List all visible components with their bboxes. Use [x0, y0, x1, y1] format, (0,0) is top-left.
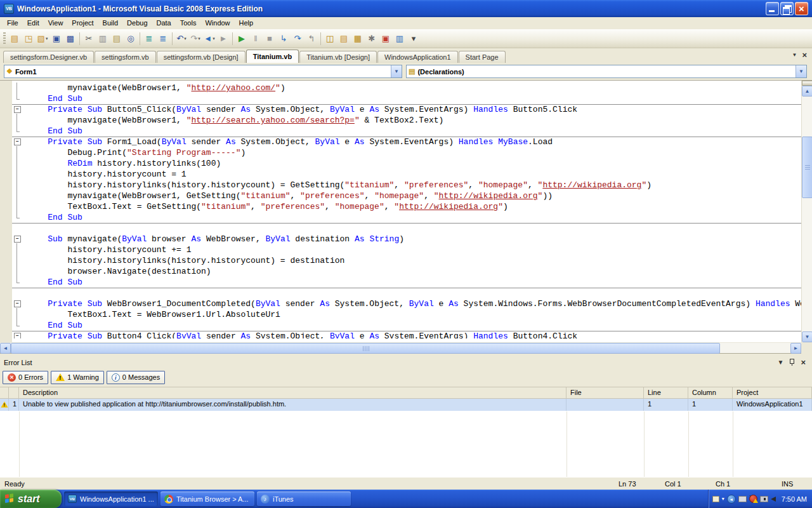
- collapse-minus-icon[interactable]: [12, 234, 28, 244]
- task-titanium-browser[interactable]: Titanium Browser > A...: [160, 491, 254, 506]
- collapse-minus-icon[interactable]: [12, 331, 28, 338]
- tab-settingsform-vb[interactable]: settingsform.vb: [95, 51, 156, 63]
- vertical-scroll-thumb[interactable]: [802, 137, 812, 198]
- minimize-button[interactable]: [766, 2, 779, 15]
- menu-help[interactable]: Help: [235, 18, 258, 28]
- code-editor[interactable]: mynavigate(WebBrowser1, "http://yahoo.co…: [0, 81, 812, 342]
- navigate-forward-icon[interactable]: ►: [216, 32, 230, 46]
- copy-icon[interactable]: ▥: [96, 32, 110, 46]
- new-project-icon[interactable]: ▤: [8, 32, 22, 46]
- error-list-row[interactable]: 1Unable to view published application at…: [0, 399, 812, 411]
- network-status-icon[interactable]: [738, 496, 747, 502]
- scroll-down-icon[interactable]: ▼: [802, 331, 812, 342]
- menu-debug[interactable]: Debug: [122, 18, 152, 28]
- code-line[interactable]: Private Sub WebBrowser1_DocumentComplete…: [12, 298, 801, 309]
- navigate-backward-icon[interactable]: ◄▾: [202, 32, 216, 46]
- redo-icon[interactable]: ↷▾: [188, 32, 202, 46]
- menu-view[interactable]: View: [44, 18, 68, 28]
- code-line[interactable]: [12, 223, 801, 234]
- uncomment-selection-icon[interactable]: ≣: [156, 32, 170, 46]
- code-line[interactable]: End Sub: [12, 277, 801, 288]
- start-debugging-icon[interactable]: ▶: [235, 32, 249, 46]
- save-all-icon[interactable]: ▩: [63, 32, 77, 46]
- code-line[interactable]: mynavigate(WebBrowser1, GetSetting("tita…: [12, 190, 801, 201]
- close-panel-icon[interactable]: ×: [801, 359, 806, 366]
- step-into-icon[interactable]: ↳: [277, 32, 291, 46]
- solution-explorer-icon[interactable]: ◫: [323, 32, 337, 46]
- save-icon[interactable]: ▣: [49, 32, 63, 46]
- code-line[interactable]: End Sub: [12, 126, 801, 137]
- menu-tools[interactable]: Tools: [176, 18, 201, 28]
- tab-settingsform-designer-vb[interactable]: settingsform.Designer.vb: [3, 51, 94, 63]
- horizontal-scroll-thumb[interactable]: [11, 343, 720, 354]
- tray-app-icon[interactable]: [712, 496, 719, 502]
- collapse-minus-icon[interactable]: [12, 104, 28, 115]
- code-line[interactable]: End Sub: [12, 93, 801, 104]
- open-file-icon[interactable]: ◳: [22, 32, 36, 46]
- code-line[interactable]: history.historycount += 1: [12, 244, 801, 255]
- column-header-File[interactable]: File: [566, 387, 644, 398]
- antivirus-icon[interactable]: [749, 495, 757, 503]
- task-itunes[interactable]: ♪iTunes: [257, 491, 351, 506]
- close-button[interactable]: [795, 2, 808, 15]
- restore-button[interactable]: [780, 2, 794, 15]
- code-line[interactable]: mynavigate(WebBrowser1, "http://search.y…: [12, 115, 801, 126]
- scroll-left-icon[interactable]: ◄: [0, 343, 11, 354]
- code-line[interactable]: [12, 288, 801, 298]
- window-position-dropdown-icon[interactable]: ▼: [778, 359, 784, 366]
- error-list-button-icon[interactable]: ▣: [379, 32, 393, 46]
- column-header-Column[interactable]: Column: [688, 387, 733, 398]
- task-windowsapplication1[interactable]: VBWindowsApplication1 ...: [64, 491, 158, 506]
- document-list-dropdown-icon[interactable]: ▼: [792, 51, 797, 59]
- editor-splitter-handle[interactable]: [802, 81, 812, 86]
- member-combo[interactable]: ▤ (Declarations) ▼: [406, 65, 807, 78]
- code-line[interactable]: Debug.Print("Starting Program-----"): [12, 147, 801, 158]
- code-line[interactable]: history.historylinks(history.historycoun…: [12, 180, 801, 190]
- code-line[interactable]: Private Sub Form1_Load(ByVal sender As S…: [12, 137, 801, 147]
- code-area[interactable]: mynavigate(WebBrowser1, "http://yahoo.co…: [12, 83, 801, 342]
- code-line[interactable]: history.historycount = 1: [12, 169, 801, 180]
- step-out-icon[interactable]: ↰: [304, 32, 318, 46]
- column-header-Description[interactable]: Description: [19, 387, 566, 398]
- code-line[interactable]: Private Sub Button4_Click(ByVal sender A…: [12, 331, 801, 338]
- break-all-icon[interactable]: ‖: [249, 32, 263, 46]
- code-line[interactable]: End Sub: [12, 320, 801, 331]
- toolbar-options-icon[interactable]: ▾: [407, 32, 421, 46]
- step-over-icon[interactable]: ↷: [291, 32, 304, 46]
- code-line[interactable]: Sub mynavigate(ByVal browser As WebBrows…: [12, 234, 801, 244]
- collapse-minus-icon[interactable]: [12, 137, 28, 147]
- menu-window[interactable]: Window: [200, 18, 234, 28]
- errors-filter[interactable]: ✕0 Errors: [3, 371, 48, 384]
- menu-edit[interactable]: Edit: [23, 18, 44, 28]
- combo-dropdown-icon[interactable]: ▼: [796, 65, 806, 77]
- code-line[interactable]: ReDim history.historylinks(100): [12, 158, 801, 169]
- tab-windowsapplication1[interactable]: WindowsApplication1: [377, 51, 458, 63]
- combo-dropdown-icon[interactable]: ▼: [391, 65, 402, 77]
- auto-hide-pin-icon[interactable]: [789, 359, 795, 366]
- add-new-item-icon[interactable]: ▧▾: [36, 32, 49, 46]
- start-button[interactable]: start: [0, 490, 62, 508]
- find-icon[interactable]: ◎: [124, 32, 138, 46]
- properties-window-icon[interactable]: ▤: [337, 32, 351, 46]
- scroll-right-icon[interactable]: ►: [790, 343, 801, 354]
- cut-icon[interactable]: ✂: [82, 32, 96, 46]
- dropdown-arrow-icon[interactable]: ▾: [184, 36, 187, 41]
- menu-data[interactable]: Data: [152, 18, 176, 28]
- code-line[interactable]: mynavigate(WebBrowser1, "http://yahoo.co…: [12, 83, 801, 93]
- object-browser-icon[interactable]: ▦: [351, 32, 365, 46]
- code-line[interactable]: TextBox1.Text = WebBrowser1.Url.Absolute…: [12, 309, 801, 320]
- code-line[interactable]: Private Sub Button5_Click(ByVal sender A…: [12, 104, 801, 115]
- object-combo[interactable]: ❖ Form1 ▼: [4, 65, 402, 78]
- scroll-up-icon[interactable]: ▲: [802, 86, 812, 97]
- collapse-minus-icon[interactable]: [12, 298, 28, 309]
- hide-icons-button[interactable]: ◄: [727, 495, 736, 504]
- undo-icon[interactable]: ↶▾: [174, 32, 188, 46]
- taskbar-clock[interactable]: 7:50 AM: [782, 495, 807, 503]
- comment-selection-icon[interactable]: ≣: [142, 32, 156, 46]
- tab-settingsform-vb-design-[interactable]: settingsform.vb [Design]: [157, 51, 246, 63]
- volume-icon[interactable]: [771, 497, 776, 502]
- menu-file[interactable]: File: [3, 18, 23, 28]
- vertical-scrollbar[interactable]: ▲ ▼: [801, 81, 812, 342]
- code-line[interactable]: End Sub: [12, 212, 801, 223]
- messages-filter[interactable]: i0 Messages: [107, 371, 165, 384]
